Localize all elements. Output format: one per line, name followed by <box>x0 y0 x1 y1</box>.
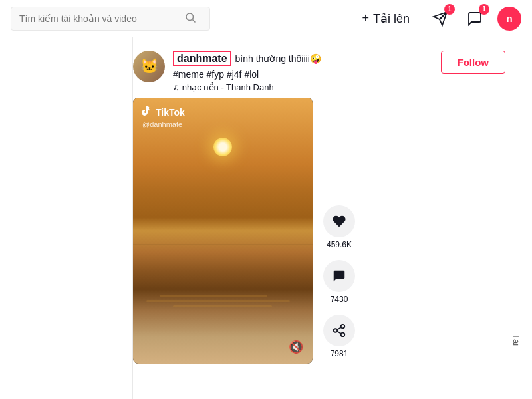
navbar-right: + Tải lên 1 1 n <box>354 7 521 31</box>
svg-point-3 <box>341 325 345 329</box>
caption-text: bình thường thôiiii🤪 <box>235 53 321 64</box>
plus-icon: + <box>362 11 369 25</box>
music-text: nhạc nền - Thanh Danh <box>182 82 274 92</box>
shares-count: 7981 <box>331 349 348 358</box>
svg-point-4 <box>334 329 338 332</box>
hashtags: #meme #fyp #j4f #lol <box>173 69 321 80</box>
left-sidebar <box>0 37 133 399</box>
share-button[interactable] <box>323 315 355 346</box>
like-action[interactable]: 459.6K <box>323 205 355 249</box>
svg-line-6 <box>337 331 341 334</box>
search-icon <box>184 11 196 26</box>
video-background: TikTok @danhmate 🔇 <box>133 98 313 364</box>
comment-button[interactable] <box>323 260 355 292</box>
search-input[interactable] <box>19 13 179 24</box>
svg-line-7 <box>337 327 341 330</box>
svg-point-5 <box>341 333 345 337</box>
notification-badge: 1 <box>444 4 455 15</box>
music-note-icon: ♫ <box>173 82 180 92</box>
username-row: danhmate bình thường thôiiii🤪 <box>173 51 321 66</box>
comment-action[interactable]: 7430 <box>323 260 355 304</box>
sun-effect <box>213 138 232 156</box>
tiktok-handle: @danhmate <box>142 120 185 128</box>
post-info: 🐱 danhmate bình thường thôiiii🤪 #meme #f… <box>133 51 321 92</box>
video-container[interactable]: TikTok @danhmate 🔇 <box>133 98 313 364</box>
avatar-image: 🐱 <box>133 51 165 82</box>
share-action[interactable]: 7981 <box>323 315 355 358</box>
messages-badge: 1 <box>479 4 489 15</box>
likes-count: 459.6K <box>327 240 352 249</box>
username[interactable]: danhmate <box>173 51 231 66</box>
post-meta: danhmate bình thường thôiiii🤪 #meme #fyp… <box>173 51 321 92</box>
action-buttons: 459.6K 7430 <box>323 205 355 364</box>
avatar[interactable]: n <box>497 7 521 31</box>
svg-line-1 <box>192 19 195 22</box>
tiktok-logo-icon <box>141 106 152 119</box>
water-lines <box>133 291 313 311</box>
navbar: + Tải lên 1 1 n <box>0 0 532 37</box>
follow-button[interactable]: Follow <box>441 51 506 74</box>
mute-icon[interactable]: 🔇 <box>289 340 303 354</box>
horizon-line <box>133 244 313 245</box>
search-box[interactable] <box>11 7 210 31</box>
user-avatar[interactable]: 🐱 <box>133 51 165 82</box>
notification-button[interactable]: 1 <box>428 7 452 31</box>
upload-button[interactable]: + Tải lên <box>354 7 418 30</box>
music-row: ♫ nhạc nền - Thanh Danh <box>173 82 321 92</box>
sidebar-scroll-hint: Tài <box>511 334 521 346</box>
like-button[interactable] <box>323 205 355 237</box>
tiktok-brand-text: TikTok <box>156 107 185 118</box>
tiktok-watermark: TikTok @danhmate <box>141 106 185 128</box>
upload-label: Tải lên <box>373 11 410 26</box>
svg-point-0 <box>186 13 194 21</box>
video-actions-row: TikTok @danhmate 🔇 <box>133 98 505 364</box>
comments-count: 7430 <box>331 295 348 304</box>
post-header: 🐱 danhmate bình thường thôiiii🤪 #meme #f… <box>133 51 505 92</box>
messages-button[interactable]: 1 <box>463 7 487 31</box>
